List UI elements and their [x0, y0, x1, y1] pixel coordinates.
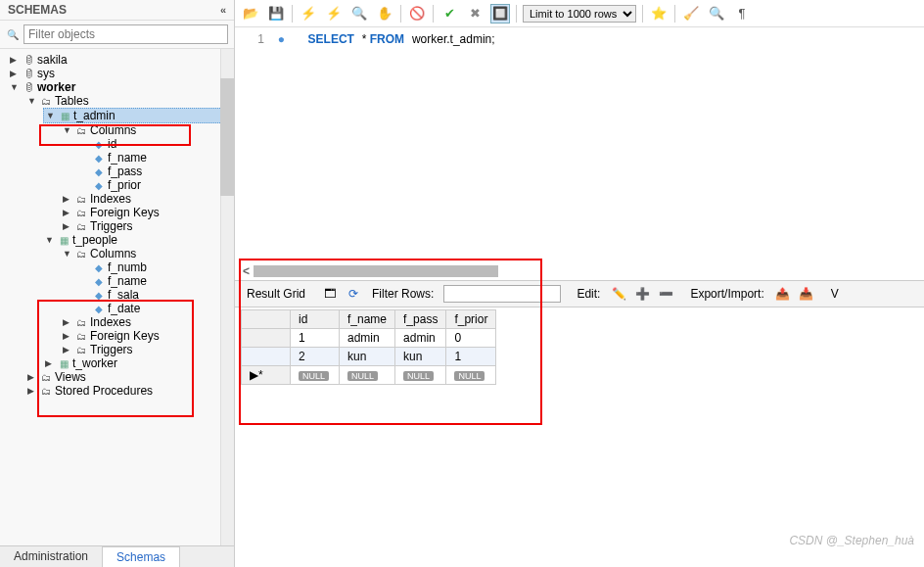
- column-f-name[interactable]: f_name: [78, 274, 234, 288]
- folder-icon: [74, 248, 88, 260]
- search-icon: 🔍: [6, 28, 20, 40]
- new-row-icon: ▶*: [242, 366, 291, 385]
- stored-proc-folder[interactable]: ▶Stored Procedures: [25, 384, 234, 398]
- column-f-date[interactable]: f_date: [78, 302, 234, 315]
- schema-node-worker[interactable]: ▼worker: [8, 80, 234, 94]
- triggers-folder[interactable]: ▶Triggers: [61, 219, 234, 233]
- tab-schemas[interactable]: Schemas: [102, 546, 180, 567]
- folder-icon: [74, 330, 88, 342]
- folder-icon: [74, 344, 88, 355]
- cancel-icon[interactable]: 🚫: [407, 4, 427, 24]
- sidebar: SCHEMAS « 🔍 ▶sakila ▶sys ▼worker ▼Tables: [0, 0, 235, 567]
- search-icon[interactable]: 🔍: [707, 4, 726, 24]
- columns-folder[interactable]: ▼Columns: [61, 247, 234, 260]
- filter-rows-input[interactable]: [443, 285, 561, 303]
- breakpoint-dot: ●: [278, 32, 285, 46]
- column-icon: [92, 165, 106, 177]
- beautify-icon[interactable]: ⭐: [649, 4, 669, 24]
- result-grid-label: Result Grid: [243, 285, 309, 303]
- watermark: CSDN @_Stephen_huà: [789, 534, 914, 547]
- table-t-admin[interactable]: ▼t_admin: [43, 108, 234, 123]
- column-f-name[interactable]: f_name: [78, 151, 234, 165]
- database-icon: [22, 68, 35, 79]
- edit-label: Edit:: [573, 285, 604, 303]
- col-header-fprior[interactable]: f_prior: [446, 310, 496, 329]
- schema-search: 🔍: [0, 21, 234, 49]
- rollback-icon[interactable]: ✖: [465, 4, 485, 24]
- column-icon: [92, 289, 106, 301]
- chevron-left-icon: <: [243, 264, 250, 278]
- row-header: [242, 310, 291, 329]
- tab-administration[interactable]: Administration: [0, 546, 102, 567]
- execute-icon[interactable]: ⚡: [299, 4, 318, 24]
- sidebar-title: SCHEMAS: [8, 3, 67, 17]
- folder-icon: [39, 371, 53, 383]
- table-t-people[interactable]: ▼t_people: [43, 233, 234, 247]
- limit-rows-select[interactable]: Limit to 1000 rows: [523, 5, 636, 23]
- folder-icon: [74, 124, 88, 136]
- add-row-icon[interactable]: ➕: [633, 285, 651, 303]
- toggle-panel-icon[interactable]: ¶: [732, 4, 752, 24]
- execute-current-icon[interactable]: ⚡: [324, 4, 344, 24]
- sql-editor[interactable]: 1 ● SELECT * FROM worker.t_admin;: [235, 27, 924, 262]
- col-header-id[interactable]: id: [291, 310, 340, 329]
- filter-label: Filter Rows:: [368, 285, 438, 303]
- insert-row[interactable]: ▶* NULL NULL NULL NULL: [242, 366, 496, 385]
- explain-icon[interactable]: 🔍: [349, 4, 369, 24]
- result-toolbar: Result Grid 🗔 ⟳ Filter Rows: Edit: ✏️ ➕ …: [235, 280, 924, 307]
- sidebar-collapse-icon[interactable]: «: [220, 4, 226, 16]
- column-icon: [92, 138, 106, 150]
- indexes-folder[interactable]: ▶Indexes: [61, 315, 234, 329]
- foreign-keys-folder[interactable]: ▶Foreign Keys: [61, 329, 234, 343]
- column-f-prior[interactable]: f_prior: [78, 178, 234, 192]
- line-number: 1: [245, 32, 264, 46]
- refresh-icon[interactable]: ⟳: [345, 285, 362, 303]
- table-icon: [57, 234, 70, 246]
- import-icon[interactable]: 📥: [798, 285, 815, 303]
- indexes-folder[interactable]: ▶Indexes: [61, 192, 234, 206]
- column-f-sala[interactable]: f_sala: [78, 288, 234, 302]
- export-label: Export/Import:: [686, 285, 767, 303]
- database-icon: [22, 81, 35, 93]
- scrollbar-track[interactable]: [220, 49, 234, 545]
- main-panel: 📂 💾 ⚡ ⚡ 🔍 ✋ 🚫 ✔ ✖ 🔲 Limit to 1000 rows ⭐…: [235, 0, 924, 567]
- schema-node-sys[interactable]: ▶sys: [8, 67, 234, 80]
- stop-icon[interactable]: ✋: [375, 4, 394, 24]
- column-icon: [92, 152, 106, 164]
- export-icon[interactable]: 📤: [774, 285, 792, 303]
- open-file-icon[interactable]: 📂: [241, 4, 260, 24]
- col-header-fpass[interactable]: f_pass: [395, 310, 446, 329]
- folder-icon: [74, 316, 88, 328]
- column-f-numb[interactable]: f_numb: [78, 260, 234, 274]
- column-icon: [92, 261, 106, 273]
- triggers-folder[interactable]: ▶Triggers: [61, 343, 234, 356]
- edit-icon[interactable]: ✏️: [610, 285, 627, 303]
- table-icon: [58, 110, 71, 121]
- schema-node-sakila[interactable]: ▶sakila: [8, 53, 234, 67]
- result-collapse-bar[interactable]: <: [235, 262, 924, 280]
- save-icon[interactable]: 💾: [266, 4, 286, 24]
- data-row[interactable]: 2kunkun1: [242, 348, 496, 366]
- col-header-fname[interactable]: f_name: [340, 310, 395, 329]
- commit-icon[interactable]: ✔: [439, 4, 459, 24]
- tables-folder[interactable]: ▼Tables: [25, 94, 234, 108]
- filter-input[interactable]: [23, 24, 228, 44]
- find-icon[interactable]: 🧹: [681, 4, 701, 24]
- column-icon: [92, 275, 106, 287]
- columns-folder[interactable]: ▼Columns: [61, 123, 234, 137]
- folder-icon: [74, 220, 88, 232]
- database-icon: [22, 54, 35, 66]
- column-id[interactable]: id: [78, 137, 234, 151]
- delete-row-icon[interactable]: ➖: [657, 285, 674, 303]
- column-icon: [92, 179, 106, 191]
- data-row[interactable]: 1adminadmin0: [242, 329, 496, 348]
- result-panel: < Result Grid 🗔 ⟳ Filter Rows: Edit: ✏️ …: [235, 262, 924, 385]
- column-f-pass[interactable]: f_pass: [78, 165, 234, 178]
- scrollbar-thumb[interactable]: [220, 78, 234, 196]
- foreign-keys-folder[interactable]: ▶Foreign Keys: [61, 206, 234, 219]
- autocommit-icon[interactable]: 🔲: [490, 4, 510, 24]
- result-grid-icon[interactable]: 🗔: [321, 285, 339, 303]
- table-t-worker[interactable]: ▶t_worker: [43, 356, 234, 370]
- schema-tree: ▶sakila ▶sys ▼worker ▼Tables ▼t_admin: [0, 49, 234, 545]
- views-folder[interactable]: ▶Views: [25, 370, 234, 384]
